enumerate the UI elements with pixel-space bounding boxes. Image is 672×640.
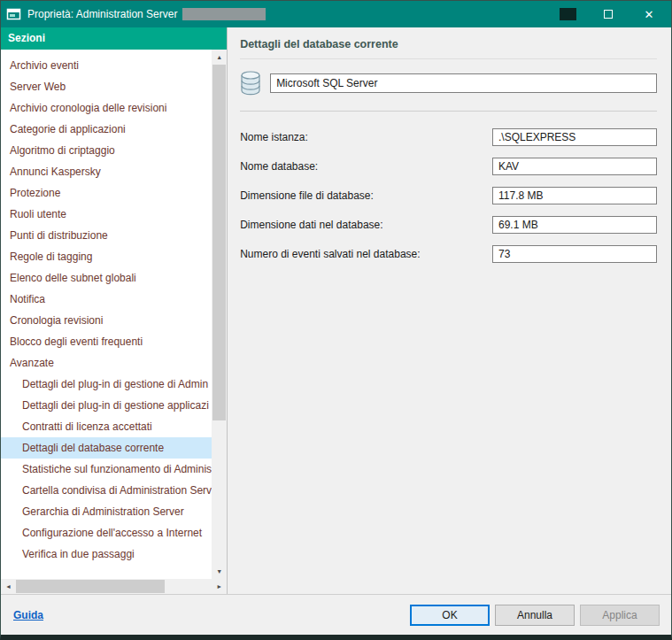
sidebar-item-server-web[interactable]: Server Web [1,76,212,97]
database-name-label: Nome database: [240,160,492,173]
database-file-size-label: Dimensione file di database: [240,189,492,202]
vertical-scrollbar-thumb[interactable] [212,65,226,420]
sidebar-item-protezione[interactable]: Protezione [1,182,212,204]
sidebar-item-archivio-eventi[interactable]: Archivio eventi [1,55,212,76]
sidebar-item-archivio-cronologia[interactable]: Archivio cronologia delle revisioni [1,97,212,119]
horizontal-scrollbar-thumb[interactable] [16,580,165,593]
cancel-button[interactable]: Annulla [495,605,575,626]
database-icon [240,71,261,96]
scroll-down-icon[interactable]: ▼ [212,564,227,579]
sidebar-item-dettagli-database[interactable]: Dettagli del database corrente [1,437,212,459]
minimize-icon [560,8,576,20]
scroll-left-icon[interactable]: ◄ [1,579,16,594]
database-file-size-field[interactable] [492,187,657,204]
help-link[interactable]: Guida [13,609,43,621]
instance-name-field[interactable] [492,128,657,146]
separator [240,111,657,112]
minimize-button[interactable] [554,4,581,24]
sidebar-item-notifica[interactable]: Notifica [1,289,212,310]
sidebar-item-cartella-condivisa[interactable]: Cartella condivisa di Administration Ser… [1,480,212,501]
page-title: Dettagli del database corrente [240,27,657,59]
instance-name-label: Nome istanza: [240,131,492,143]
scroll-up-icon[interactable]: ▲ [212,50,227,65]
sections-header: Sezioni [1,27,227,50]
saved-events-count-field[interactable] [492,245,657,263]
sidebar-item-contratti-licenza[interactable]: Contratti di licenza accettati [1,416,212,437]
sidebar-item-configurazione-internet[interactable]: Configurazione dell'accesso a Internet [1,522,212,544]
maximize-button[interactable] [595,4,622,24]
close-button[interactable]: ✕ [636,4,662,24]
sidebar-item-avanzate[interactable]: Avanzate [1,352,212,374]
sidebar-item-blocco-eventi[interactable]: Blocco degli eventi frequenti [1,331,212,352]
database-name-field[interactable] [492,158,657,175]
database-data-size-label: Dimensione dati nel database: [240,219,492,231]
footer: Guida OK Annulla Applica [1,595,671,635]
horizontal-scrollbar[interactable]: ◄ ► [1,579,227,594]
vertical-scrollbar[interactable]: ▲ ▼ [212,50,227,579]
sidebar-item-annunci-kaspersky[interactable]: Annunci Kaspersky [1,161,212,182]
titlebar: Proprietà: Administration Server ✕ [1,1,671,27]
ok-button[interactable]: OK [410,605,490,626]
sidebar-item-verifica-due-passaggi[interactable]: Verifica in due passaggi [1,544,212,565]
sidebar-item-subnet-globali[interactable]: Elenco delle subnet globali [1,267,212,289]
close-icon: ✕ [645,8,654,21]
sidebar-item-regole-tagging[interactable]: Regole di tagging [1,246,212,267]
main-panel: Dettagli del database corrente Nome ista [228,27,671,594]
database-data-size-field[interactable] [492,216,657,234]
sidebar-item-cronologia-revisioni[interactable]: Cronologia revisioni [1,310,212,331]
saved-events-count-label: Numero di eventi salvati nel database: [240,248,492,260]
sidebar-item-plugin-applicazioni[interactable]: Dettagli dei plug-in di gestione applica… [1,395,212,416]
redacted-server-name [182,8,266,20]
sidebar-item-plugin-admin[interactable]: Dettagli del plug-in di gestione di Admi… [1,374,212,395]
sidebar-item-ruoli-utente[interactable]: Ruoli utente [1,204,212,225]
window-title: Proprietà: Administration Server [27,8,177,20]
sections-list: Archivio eventi Server Web Archivio cron… [1,50,212,579]
app-icon [6,7,21,22]
sections-sidebar: Sezioni Archivio eventi Server Web Archi… [1,27,228,594]
apply-button[interactable]: Applica [580,605,660,626]
sidebar-item-categorie-applicazioni[interactable]: Categorie di applicazioni [1,119,212,140]
properties-dialog: Proprietà: Administration Server ✕ Sezio… [0,0,672,640]
maximize-icon [604,10,613,19]
content-area: Sezioni Archivio eventi Server Web Archi… [1,27,671,595]
sidebar-item-punti-distribuzione[interactable]: Punti di distribuzione [1,225,212,246]
sidebar-item-gerarchia[interactable]: Gerarchia di Administration Server [1,501,212,522]
scroll-right-icon[interactable]: ► [212,579,227,594]
database-type-field[interactable] [270,73,657,93]
sidebar-item-algoritmo-criptaggio[interactable]: Algoritmo di criptaggio [1,140,212,161]
sidebar-item-statistiche[interactable]: Statistiche sul funzionamento di Adminis [1,459,212,480]
